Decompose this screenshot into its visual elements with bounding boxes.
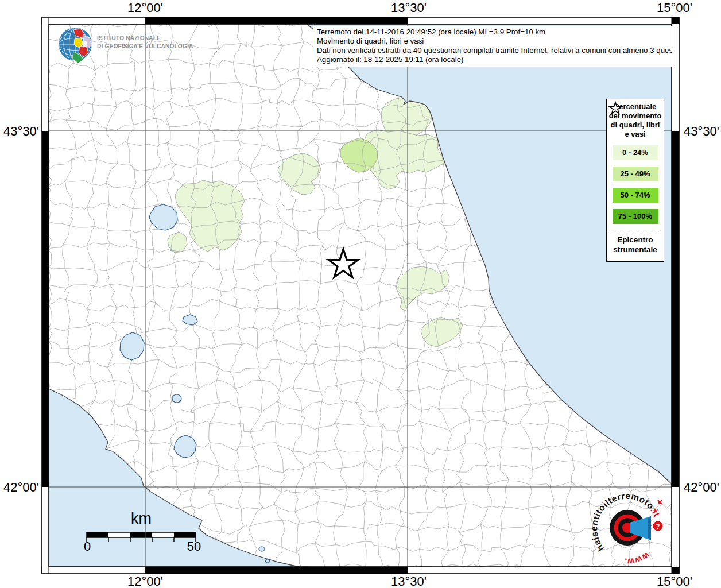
lake-vico [172,394,181,403]
tick-left-4330: 43°30' [0,124,39,139]
legend-class-25-49: 25 - 49% [613,167,658,181]
lake-coastal-1 [259,547,265,551]
question-mark: ? [656,523,660,531]
earthquake-map-page: ? haisentitoilterremoto.it www. [0,0,721,588]
scale-bar-start: 0 [84,539,91,554]
map-canvas: ? haisentitoilterremoto.it www. [0,0,721,588]
ingv-name-line1: ISTITUTO NAZIONALE [97,34,193,42]
tick-top-15: 15°00' [657,1,692,16]
legend-separator [610,231,660,231]
tick-left-42: 42°00' [0,480,39,495]
legend-class-0-24: 0 - 24% [613,145,658,160]
scale-bar-end: 50 [187,539,201,554]
legend: Percentuale del movimento di quadri, lib… [606,99,664,262]
legend-class-75-100: 75 - 100% [613,209,658,224]
tick-top-1330: 13°30' [391,1,427,16]
info-line-effect: Movimento di quadri, libri e vasi [317,37,668,46]
scale-bar-unit: km [131,510,152,528]
tick-top-12: 12°00' [127,1,163,16]
info-line-updated: Aggiornato il: 18-12-2025 19:11 (ora loc… [317,55,668,64]
earthquake-info-box: Terremoto del 14-11-2016 20:49:52 (ora l… [313,26,672,67]
tick-right-4330: 43°30' [684,124,719,139]
ingv-name-line2: DI GEOFISICA E VULCANOLOGIA [97,42,193,51]
legend-class-50-74: 50 - 74% [613,188,658,203]
info-line-source: Dati non verificati estratti da 40 quest… [317,46,668,55]
legend-epicenter-title: Epicentro strumentale [608,235,662,254]
lake-coastal-2 [266,559,270,563]
tick-bottom-1330: 13°30' [391,574,427,588]
info-line-event: Terremoto del 14-11-2016 20:49:52 (ora l… [317,28,668,37]
tick-bottom-12: 12°00' [127,574,163,588]
tick-bottom-15: 15°00' [657,574,692,588]
tick-right-42: 42°00' [684,480,719,495]
legend-epicenter-star-icon [607,99,624,115]
ingv-logo: ISTITUTO NAZIONALE DI GEOFISICA E VULCAN… [97,34,193,50]
